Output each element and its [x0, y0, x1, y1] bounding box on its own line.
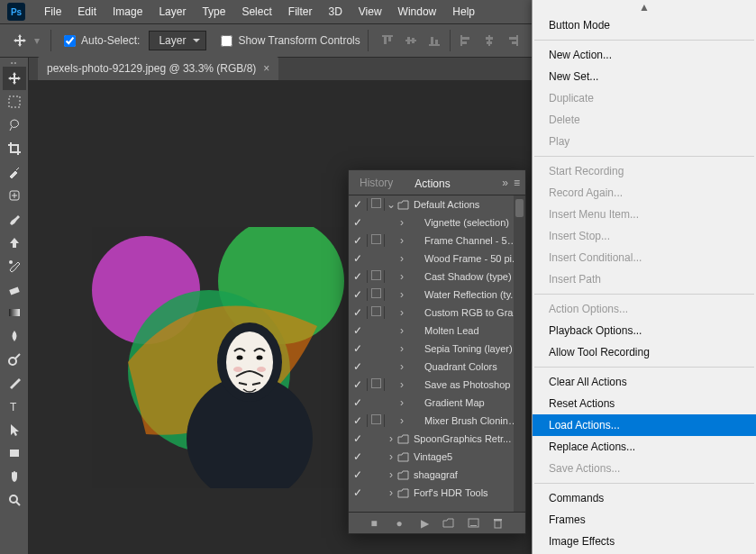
menu-item-replace-actions[interactable]: Replace Actions...	[533, 436, 756, 458]
actions-row[interactable]: ✓›Vignette (selection)	[349, 213, 525, 232]
actions-row[interactable]: ✓›Custom RGB to Gra...	[349, 304, 525, 322]
new-set-icon[interactable]	[442, 518, 457, 528]
menu-item-button-mode[interactable]: Button Mode	[533, 14, 756, 36]
eraser-tool[interactable]	[3, 277, 26, 301]
type-tool[interactable]: T	[3, 395, 26, 418]
expand-toggle-icon[interactable]: ›	[396, 342, 408, 355]
actions-row[interactable]: ✓›Sepia Toning (layer)	[349, 340, 525, 358]
menu-scroll-up-icon[interactable]: ▲	[533, 0, 756, 14]
menu-help[interactable]: Help	[444, 5, 483, 18]
toggle-action-checkbox[interactable]: ✓	[349, 342, 367, 355]
play-icon[interactable]: ▶	[417, 517, 432, 530]
expand-toggle-icon[interactable]: ›	[385, 450, 397, 463]
expand-toggle-icon[interactable]: ›	[396, 378, 408, 391]
toggle-action-checkbox[interactable]: ✓	[349, 414, 367, 427]
actions-row[interactable]: ✓›shagagraf	[349, 466, 525, 484]
menu-window[interactable]: Window	[390, 5, 445, 18]
toggle-action-checkbox[interactable]: ✓	[349, 324, 367, 337]
expand-toggle-icon[interactable]: ›	[396, 234, 408, 247]
document-tab[interactable]: pexels-photo-92129.jpeg @ 33.3% (RGB/8) …	[38, 57, 278, 80]
trash-icon[interactable]	[493, 518, 507, 529]
record-icon[interactable]: ●	[392, 517, 406, 530]
expand-toggle-icon[interactable]: ›	[396, 414, 408, 427]
expand-toggle-icon[interactable]: ›	[396, 252, 408, 265]
panel-grip-icon[interactable]: ••	[0, 58, 28, 67]
show-transform-checkbox[interactable]	[221, 35, 232, 47]
expand-toggle-icon[interactable]: ⌄	[385, 198, 397, 211]
clone-tool[interactable]	[3, 231, 26, 254]
menu-view[interactable]: View	[351, 5, 390, 18]
menu-image[interactable]: Image	[105, 5, 150, 18]
path-select-tool[interactable]	[3, 418, 26, 441]
panel-collapse-icon[interactable]: »	[502, 177, 508, 189]
close-icon[interactable]: ×	[263, 62, 269, 75]
actions-row[interactable]: ✓›Vintage5	[349, 448, 525, 466]
expand-toggle-icon[interactable]: ›	[396, 324, 408, 337]
actions-row[interactable]: ✓›Save as Photoshop ...	[349, 376, 525, 394]
toggle-dialog-checkbox[interactable]	[367, 306, 385, 319]
toggle-action-checkbox[interactable]: ✓	[349, 198, 367, 211]
actions-row[interactable]: ✓›Molten Lead	[349, 322, 525, 340]
actions-row[interactable]: ✓›SpoonGraphics Retr...	[349, 430, 525, 448]
actions-row[interactable]: ✓›Quadrant Colors	[349, 358, 525, 376]
align-right-icon[interactable]	[503, 31, 523, 50]
menu-item-frames[interactable]: Frames	[533, 509, 756, 531]
menu-file[interactable]: File	[36, 5, 69, 18]
actions-tree[interactable]: ✓⌄Default Actions✓›Vignette (selection)✓…	[349, 195, 525, 512]
actions-row[interactable]: ✓›Gradient Map	[349, 394, 525, 412]
rectangle-tool[interactable]	[3, 441, 26, 465]
auto-select-target-dropdown[interactable]: Layer	[149, 31, 206, 50]
history-brush-tool[interactable]	[3, 254, 26, 277]
menu-layer[interactable]: Layer	[150, 5, 194, 18]
menu-item-reset-actions[interactable]: Reset Actions	[533, 393, 756, 414]
menu-item-commands[interactable]: Commands	[533, 487, 756, 509]
toggle-action-checkbox[interactable]: ✓	[349, 360, 367, 373]
actions-row[interactable]: ✓⌄Default Actions	[349, 195, 525, 213]
toggle-action-checkbox[interactable]: ✓	[349, 234, 367, 247]
toggle-action-checkbox[interactable]: ✓	[349, 396, 367, 409]
menu-item-new-set[interactable]: New Set...	[533, 66, 756, 87]
stop-icon[interactable]: ■	[367, 517, 381, 530]
align-vcenter-icon[interactable]	[401, 31, 421, 50]
align-top-icon[interactable]	[378, 31, 397, 50]
expand-toggle-icon[interactable]: ›	[396, 306, 408, 319]
align-left-icon[interactable]	[456, 31, 476, 50]
menu-select[interactable]: Select	[233, 5, 279, 18]
menu-3d[interactable]: 3D	[320, 5, 350, 18]
tab-history[interactable]: History	[349, 170, 404, 195]
eyedropper-tool[interactable]	[3, 160, 26, 184]
expand-toggle-icon[interactable]: ›	[385, 486, 397, 499]
toggle-dialog-checkbox[interactable]	[367, 414, 385, 427]
menu-item-allow-tool-recording[interactable]: Allow Tool Recording	[533, 341, 756, 363]
toggle-action-checkbox[interactable]: ✓	[349, 450, 367, 463]
toggle-action-checkbox[interactable]: ✓	[349, 216, 367, 229]
expand-toggle-icon[interactable]: ›	[396, 396, 408, 409]
pen-tool[interactable]	[3, 371, 26, 395]
menu-filter[interactable]: Filter	[280, 5, 321, 18]
actions-row[interactable]: ✓›Wood Frame - 50 pi...	[349, 250, 525, 268]
toggle-action-checkbox[interactable]: ✓	[349, 306, 367, 319]
toggle-dialog-checkbox[interactable]	[367, 234, 385, 247]
panel-menu-icon[interactable]: ≡	[514, 177, 520, 189]
menu-type[interactable]: Type	[194, 5, 233, 18]
actions-row[interactable]: ✓›Forf's HDR Tools	[349, 484, 525, 502]
toggle-action-checkbox[interactable]: ✓	[349, 252, 367, 265]
actions-panel-scrollbar[interactable]	[514, 195, 525, 512]
dodge-tool[interactable]	[3, 348, 26, 371]
auto-select-checkbox[interactable]	[64, 35, 76, 47]
new-action-icon[interactable]	[468, 518, 482, 528]
hand-tool[interactable]	[3, 465, 26, 488]
expand-toggle-icon[interactable]: ›	[396, 216, 408, 229]
blur-tool[interactable]	[3, 324, 26, 348]
expand-toggle-icon[interactable]: ›	[396, 270, 408, 283]
scrollbar-thumb[interactable]	[515, 199, 524, 217]
actions-row[interactable]: ✓›Cast Shadow (type)	[349, 268, 525, 286]
marquee-tool[interactable]	[3, 90, 26, 114]
toggle-action-checkbox[interactable]: ✓	[349, 468, 367, 481]
align-bottom-icon[interactable]	[424, 31, 444, 50]
expand-toggle-icon[interactable]: ›	[385, 432, 397, 445]
menu-item-load-actions[interactable]: Load Actions...	[533, 414, 756, 436]
menu-item-clear-all-actions[interactable]: Clear All Actions	[533, 371, 756, 393]
menu-item-new-action[interactable]: New Action...	[533, 44, 756, 66]
actions-row[interactable]: ✓›Frame Channel - 50 ...	[349, 232, 525, 250]
